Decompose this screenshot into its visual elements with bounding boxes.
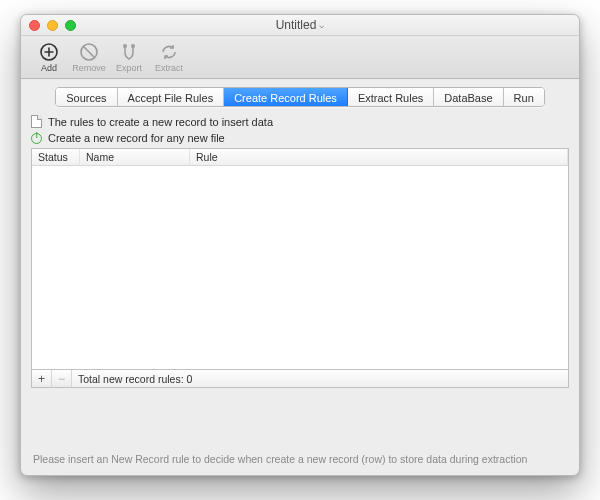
extract-button[interactable]: Extract <box>149 41 189 73</box>
col-name[interactable]: Name <box>80 149 190 165</box>
export-button[interactable]: Export <box>109 41 149 73</box>
window-title-text: Untitled <box>276 18 317 32</box>
remove-label: Remove <box>72 63 106 73</box>
toolbar: Add Remove Export <box>21 36 579 79</box>
maximize-icon[interactable] <box>65 20 76 31</box>
total-rules-label: Total new record rules: 0 <box>72 373 192 385</box>
export-icon <box>118 41 140 63</box>
close-icon[interactable] <box>29 20 40 31</box>
segmented-tabs: Sources Accept File Rules Create Record … <box>55 87 545 107</box>
col-rule[interactable]: Rule <box>190 149 568 165</box>
titlebar: Untitled ⌵ <box>21 15 579 36</box>
tab-bar: Sources Accept File Rules Create Record … <box>21 79 579 113</box>
file-icon <box>31 115 42 128</box>
power-icon <box>31 133 42 144</box>
hint-text: Please insert an New Record rule to deci… <box>31 449 569 467</box>
content-panel: The rules to create a new record to inse… <box>21 113 579 475</box>
no-entry-icon <box>78 41 100 63</box>
remove-button[interactable]: Remove <box>69 41 109 73</box>
table-footer: + − Total new record rules: 0 <box>31 370 569 388</box>
remove-rule-button[interactable]: − <box>52 370 72 387</box>
plus-circle-icon <box>38 41 60 63</box>
refresh-icon <box>158 41 180 63</box>
table-header: Status Name Rule <box>32 149 568 166</box>
tab-accept[interactable]: Accept File Rules <box>118 88 225 106</box>
chevron-down-icon[interactable]: ⌵ <box>319 20 324 30</box>
svg-line-4 <box>84 47 94 57</box>
rules-table: Status Name Rule <box>31 148 569 370</box>
tab-sources[interactable]: Sources <box>56 88 117 106</box>
tab-run[interactable]: Run <box>504 88 544 106</box>
tab-database[interactable]: DataBase <box>434 88 503 106</box>
toggle-label: Create a new record for any new file <box>48 132 225 144</box>
window-title: Untitled ⌵ <box>276 18 325 32</box>
panel-description: The rules to create a new record to inse… <box>48 116 273 128</box>
tab-create[interactable]: Create Record Rules <box>224 88 348 106</box>
table-body <box>32 166 568 369</box>
tab-extract[interactable]: Extract Rules <box>348 88 434 106</box>
add-label: Add <box>41 63 57 73</box>
add-button[interactable]: Add <box>29 41 69 73</box>
app-window: Untitled ⌵ Add Remove <box>20 14 580 476</box>
add-rule-button[interactable]: + <box>32 370 52 387</box>
col-status[interactable]: Status <box>32 149 80 165</box>
export-label: Export <box>116 63 142 73</box>
panel-description-row: The rules to create a new record to inse… <box>31 113 569 130</box>
minimize-icon[interactable] <box>47 20 58 31</box>
traffic-lights <box>29 20 76 31</box>
extract-label: Extract <box>155 63 183 73</box>
toggle-row[interactable]: Create a new record for any new file <box>31 130 569 146</box>
